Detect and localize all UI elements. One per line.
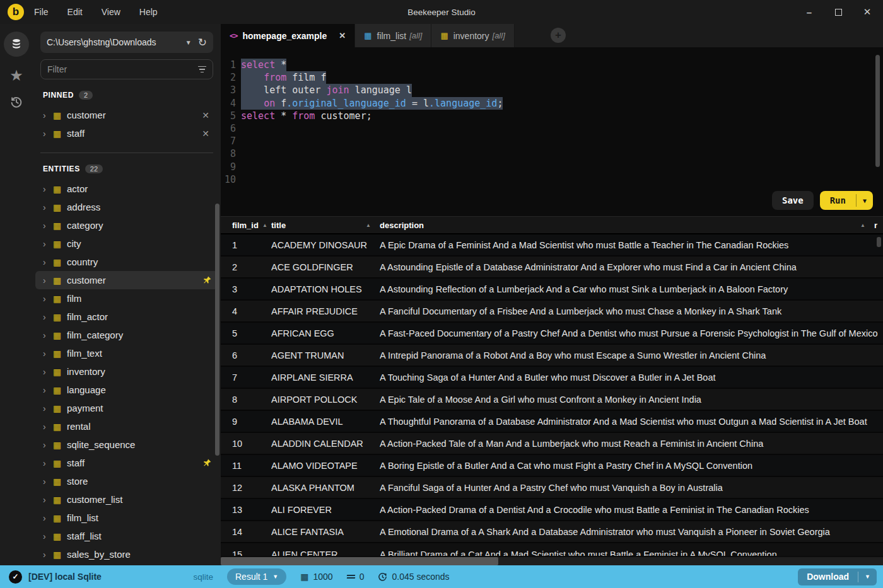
entity-item[interactable]: › ▦ film_list — [35, 509, 218, 527]
chevron-right-icon[interactable]: › — [43, 312, 53, 322]
chevron-right-icon[interactable]: › — [43, 129, 53, 139]
filter-icon[interactable] — [198, 66, 206, 73]
entity-item[interactable]: › ▦ actor — [35, 180, 218, 198]
cell-title[interactable]: ALAMO VIDEOTAPE — [271, 461, 380, 471]
table-row[interactable]: 11 ALAMO VIDEOTAPE A Boring Epistle of a… — [221, 455, 883, 477]
entity-item[interactable]: › ▦ film_category — [35, 326, 218, 344]
chevron-right-icon[interactable]: › — [43, 221, 53, 231]
chevron-right-icon[interactable]: › — [43, 330, 53, 340]
table-row[interactable]: 12 ALASKA PHANTOM A Fanciful Saga of a H… — [221, 477, 883, 499]
cell-film-id[interactable]: 6 — [221, 350, 271, 360]
cell-title[interactable]: AFRICAN EGG — [271, 328, 380, 338]
save-button[interactable]: Save — [772, 191, 814, 210]
chevron-right-icon[interactable]: › — [43, 257, 53, 267]
cell-film-id[interactable]: 13 — [221, 505, 271, 515]
menu-item[interactable]: Help — [139, 7, 158, 17]
menu-item[interactable]: Edit — [67, 7, 83, 17]
cell-film-id[interactable]: 5 — [221, 328, 271, 338]
cell-film-id[interactable]: 8 — [221, 395, 271, 405]
cell-title[interactable]: ALICE FANTASIA — [271, 527, 380, 537]
result-selector-button[interactable]: Result 1 ▼ — [227, 568, 286, 585]
cell-description[interactable]: A Fast-Paced Documentary of a Pastry Che… — [380, 328, 883, 338]
maximize-button[interactable] — [833, 6, 844, 18]
cell-title[interactable]: ACADEMY DINOSAUR — [271, 240, 380, 250]
chevron-right-icon[interactable]: › — [43, 275, 53, 285]
close-button[interactable]: ✕ — [862, 6, 873, 18]
chevron-right-icon[interactable]: › — [43, 110, 53, 120]
pin-icon[interactable] — [202, 275, 212, 285]
cell-title[interactable]: AGENT TRUMAN — [271, 350, 380, 360]
cell-description[interactable]: A Epic Tale of a Moose And a Girl who mu… — [380, 395, 883, 405]
entity-item[interactable]: › ▦ staff_list — [35, 527, 218, 545]
cell-film-id[interactable]: 4 — [221, 306, 271, 316]
menu-item[interactable]: File — [34, 7, 49, 17]
table-row[interactable]: 4 AFFAIR PREJUDICE A Fanciful Documentar… — [221, 301, 883, 323]
tab[interactable]: ▦ inventory [all] — [431, 24, 514, 47]
tab[interactable]: ▦ film_list [all] — [355, 24, 431, 47]
connection-selector[interactable]: C:\Users\ghstng\Downloads ▼ ↻ — [40, 32, 213, 53]
cell-title[interactable]: ALI FOREVER — [271, 505, 380, 515]
entity-item[interactable]: › ▦ city — [35, 234, 218, 253]
cell-description[interactable]: A Thoughtful Panorama of a Database Admi… — [380, 417, 883, 427]
chevron-right-icon[interactable]: › — [43, 385, 53, 395]
column-header-title[interactable]: title ▲ — [271, 221, 380, 230]
chevron-right-icon[interactable]: › — [43, 476, 53, 487]
results-horizontal-scrollbar[interactable] — [221, 557, 883, 565]
entity-item[interactable]: › ▦ language — [35, 381, 218, 399]
entity-item[interactable]: › ▦ sales_by_store — [35, 545, 218, 563]
chevron-right-icon[interactable]: › — [43, 513, 53, 523]
entity-item[interactable]: › ▦ rental — [35, 417, 218, 435]
tab[interactable]: <> homepage_example ✕ — [221, 24, 355, 47]
cell-film-id[interactable]: 12 — [221, 483, 271, 493]
cell-description[interactable]: A Fanciful Saga of a Hunter And a Pastry… — [380, 483, 883, 493]
tables-panel-icon[interactable] — [4, 32, 29, 57]
cell-description[interactable]: A Action-Packed Tale of a Man And a Lumb… — [380, 439, 883, 449]
cell-film-id[interactable]: 9 — [221, 417, 271, 427]
cell-description[interactable]: A Emotional Drama of a A Shark And a Dat… — [380, 527, 883, 537]
cell-title[interactable]: ACE GOLDFINGER — [271, 262, 380, 272]
table-row[interactable]: 10 ALADDIN CALENDAR A Action-Packed Tale… — [221, 433, 883, 455]
entity-item[interactable]: › ▦ country — [35, 253, 218, 271]
entity-item[interactable]: › ▦ film_text — [35, 344, 218, 362]
run-button[interactable]: Run ▼ — [820, 191, 873, 210]
chevron-right-icon[interactable]: › — [43, 239, 53, 249]
entity-item[interactable]: › ▦ address — [35, 198, 218, 216]
table-row[interactable]: 8 AIRPORT POLLOCK A Epic Tale of a Moose… — [221, 389, 883, 411]
chevron-right-icon[interactable]: › — [43, 495, 53, 505]
table-row[interactable]: 2 ACE GOLDFINGER A Astounding Epistle of… — [221, 257, 883, 279]
entity-item[interactable]: › ▦ store — [35, 472, 218, 490]
cell-film-id[interactable]: 15 — [221, 550, 271, 556]
table-row[interactable]: 5 AFRICAN EGG A Fast-Paced Documentary o… — [221, 323, 883, 345]
cell-title[interactable]: ADAPTATION HOLES — [271, 284, 380, 294]
entity-item[interactable]: › ▦ sqlite_sequence — [35, 435, 218, 454]
cell-description[interactable]: A Astounding Reflection of a Lumberjack … — [380, 284, 883, 294]
sidebar-scrollbar[interactable] — [215, 204, 219, 456]
partial-table-row[interactable]: 15 ALIEN CENTER A Brilliant Drama of a C… — [221, 543, 883, 556]
table-row[interactable]: 9 ALABAMA DEVIL A Thoughtful Panorama of… — [221, 411, 883, 433]
sort-asc-icon[interactable]: ▲ — [860, 222, 865, 228]
cell-film-id[interactable]: 10 — [221, 439, 271, 449]
table-row[interactable]: 3 ADAPTATION HOLES A Astounding Reflecti… — [221, 279, 883, 301]
sort-asc-icon[interactable]: ▲ — [366, 222, 371, 228]
favorites-icon[interactable]: ★ — [9, 68, 23, 83]
table-row[interactable]: 13 ALI FOREVER A Action-Packed Drama of … — [221, 499, 883, 521]
column-header-film-id[interactable]: film_id ▲ — [221, 221, 271, 230]
cell-film-id[interactable]: 14 — [221, 527, 271, 537]
cell-description[interactable]: A Action-Packed Drama of a Dentist And a… — [380, 505, 883, 515]
cell-description[interactable]: A Epic Drama of a Feminist And a Mad Sci… — [380, 240, 883, 250]
table-row[interactable]: 6 AGENT TRUMAN A Intrepid Panorama of a … — [221, 345, 883, 367]
entity-item[interactable]: › ▦ customer_list — [35, 490, 218, 509]
cell-description[interactable]: A Astounding Epistle of a Database Admin… — [380, 262, 883, 272]
cell-film-id[interactable]: 1 — [221, 240, 271, 250]
cell-film-id[interactable]: 7 — [221, 372, 271, 383]
run-dropdown-caret-icon[interactable]: ▼ — [857, 197, 873, 204]
chevron-right-icon[interactable]: › — [43, 184, 53, 194]
chevron-right-icon[interactable]: › — [43, 531, 53, 541]
cell-title[interactable]: ALABAMA DEVIL — [271, 417, 380, 427]
new-tab-button[interactable]: + — [551, 28, 566, 43]
cell-description[interactable]: A Intrepid Panorama of a Robot And a Boy… — [380, 350, 883, 360]
connection-status[interactable]: ✓ [DEV] local Sqlite sqlite — [0, 570, 221, 584]
chevron-right-icon[interactable]: › — [43, 440, 53, 450]
entity-item[interactable]: › ▦ customer — [35, 271, 218, 289]
pinned-item[interactable]: › ▦ staff ✕ — [35, 124, 218, 142]
